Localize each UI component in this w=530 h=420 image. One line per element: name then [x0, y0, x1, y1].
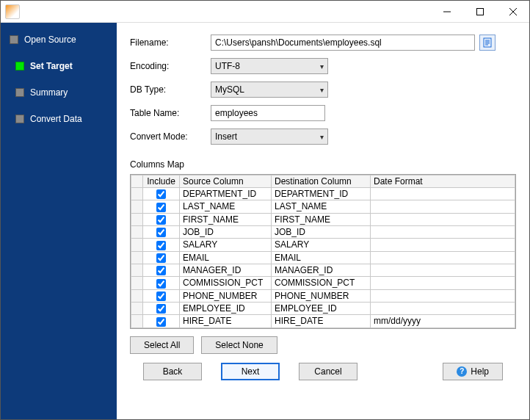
body-area: Open SourceSet TargetSummaryConvert Data…: [1, 23, 529, 419]
wizard-sidebar: Open SourceSet TargetSummaryConvert Data: [1, 23, 117, 419]
include-checkbox[interactable]: [156, 203, 166, 212]
row-header[interactable]: [131, 315, 143, 327]
app-icon: [5, 4, 20, 19]
cell-destination[interactable]: FIRST_NAME: [272, 213, 371, 225]
step-box-icon: [15, 88, 24, 97]
cell-date-format[interactable]: [371, 302, 515, 314]
cell-source[interactable]: FIRST_NAME: [180, 213, 272, 225]
sidebar-item-summary[interactable]: Summary: [1, 84, 117, 101]
cell-destination[interactable]: EMPLOYEE_ID: [272, 302, 371, 314]
cell-source[interactable]: SALARY: [180, 239, 272, 251]
cell-date-format[interactable]: [371, 188, 515, 200]
tablename-input[interactable]: [211, 105, 325, 121]
cell-destination[interactable]: MANAGER_ID: [272, 264, 371, 276]
cell-destination[interactable]: LAST_NAME: [272, 200, 371, 213]
step-box-icon: [10, 35, 18, 44]
cell-destination[interactable]: COMMISSION_PCT: [272, 277, 371, 289]
cell-date-format[interactable]: [371, 239, 515, 251]
include-checkbox[interactable]: [156, 253, 166, 263]
filename-input[interactable]: [211, 35, 475, 51]
step-box-icon: [15, 115, 24, 123]
cell-destination[interactable]: DEPARTMENT_ID: [272, 188, 371, 200]
sidebar-item-convert-data[interactable]: Convert Data: [1, 111, 117, 127]
dbtype-select[interactable]: MySQL ▾: [211, 82, 328, 98]
row-header[interactable]: [131, 225, 143, 238]
cell-date-format[interactable]: [371, 213, 515, 225]
columns-map-heading: Columns Map: [130, 159, 516, 170]
cell-source[interactable]: LAST_NAME: [180, 200, 272, 213]
cancel-button[interactable]: Cancel: [299, 363, 357, 380]
cell-include: [143, 188, 180, 200]
chevron-down-icon: ▾: [320, 86, 324, 94]
cell-destination[interactable]: HIRE_DATE: [272, 315, 371, 327]
row-header[interactable]: [131, 188, 143, 200]
main-panel: Filename: Encoding: UTF-8 ▾ DB Type:: [117, 23, 529, 419]
row-header[interactable]: [131, 302, 143, 314]
maximize-button[interactable]: [463, 1, 496, 23]
include-checkbox[interactable]: [156, 215, 166, 225]
row-header[interactable]: [131, 251, 143, 264]
back-button[interactable]: Back: [143, 363, 202, 380]
row-header[interactable]: [131, 264, 143, 276]
sidebar-item-label: Set Target: [30, 61, 73, 71]
cell-destination[interactable]: SALARY: [272, 239, 371, 251]
grid-corner: [131, 175, 143, 188]
convertmode-label: Convert Mode:: [130, 131, 211, 142]
cell-date-format[interactable]: [371, 289, 515, 302]
encoding-select[interactable]: UTF-8 ▾: [211, 58, 328, 74]
svg-rect-0: [476, 8, 483, 15]
row-header[interactable]: [131, 239, 143, 251]
col-header-dateformat[interactable]: Date Format: [371, 175, 515, 188]
include-checkbox[interactable]: [156, 228, 166, 237]
browse-file-button[interactable]: [479, 35, 495, 51]
cell-date-format[interactable]: [371, 251, 515, 264]
cell-source[interactable]: COMMISSION_PCT: [180, 277, 272, 289]
include-checkbox[interactable]: [156, 189, 166, 199]
col-header-destination[interactable]: Destination Column: [272, 175, 371, 188]
include-checkbox[interactable]: [156, 266, 166, 275]
row-header[interactable]: [131, 200, 143, 213]
cell-source[interactable]: EMAIL: [180, 251, 272, 264]
row-header[interactable]: [131, 277, 143, 289]
convertmode-select[interactable]: Insert ▾: [211, 128, 328, 145]
cell-source[interactable]: PHONE_NUMBER: [180, 289, 272, 302]
minimize-button[interactable]: [430, 1, 463, 23]
include-checkbox[interactable]: [156, 317, 166, 327]
row-header[interactable]: [131, 289, 143, 302]
cell-destination[interactable]: PHONE_NUMBER: [272, 289, 371, 302]
select-all-button[interactable]: Select All: [130, 336, 194, 354]
cell-date-format[interactable]: [371, 277, 515, 289]
next-button[interactable]: Next: [221, 363, 280, 380]
cell-source[interactable]: MANAGER_ID: [180, 264, 272, 276]
include-checkbox[interactable]: [156, 292, 166, 301]
cell-source[interactable]: DEPARTMENT_ID: [180, 188, 272, 200]
col-header-include[interactable]: Include: [143, 175, 180, 188]
sidebar-item-label: Open Source: [24, 35, 76, 45]
cell-date-format[interactable]: [371, 225, 515, 238]
cell-destination[interactable]: EMAIL: [272, 251, 371, 264]
sidebar-item-set-target[interactable]: Set Target: [1, 58, 117, 74]
table-row: LAST_NAMELAST_NAME: [131, 200, 515, 213]
select-none-button[interactable]: Select None: [201, 336, 277, 354]
convertmode-value: Insert: [215, 131, 237, 142]
cell-source[interactable]: HIRE_DATE: [180, 315, 272, 327]
sidebar-item-open-source[interactable]: Open Source: [1, 32, 117, 48]
cell-date-format[interactable]: [371, 264, 515, 276]
include-checkbox[interactable]: [156, 304, 166, 314]
cell-source[interactable]: EMPLOYEE_ID: [180, 302, 272, 314]
cell-destination[interactable]: JOB_ID: [272, 225, 371, 238]
cell-date-format[interactable]: [371, 200, 515, 213]
row-header[interactable]: [131, 213, 143, 225]
step-box-icon: [15, 62, 24, 70]
include-checkbox[interactable]: [156, 279, 166, 289]
cell-source[interactable]: JOB_ID: [180, 225, 272, 238]
help-button[interactable]: ? Help: [443, 363, 503, 380]
cell-include: [143, 277, 180, 289]
filename-label: Filename:: [130, 37, 211, 48]
close-button[interactable]: [496, 1, 529, 23]
wizard-bottom-bar: Back Next Cancel ? Help: [130, 354, 516, 391]
col-header-source[interactable]: Source Column: [180, 175, 272, 188]
table-row: DEPARTMENT_IDDEPARTMENT_ID: [131, 188, 515, 200]
include-checkbox[interactable]: [156, 241, 166, 250]
cell-date-format[interactable]: mm/dd/yyyy: [371, 315, 515, 327]
